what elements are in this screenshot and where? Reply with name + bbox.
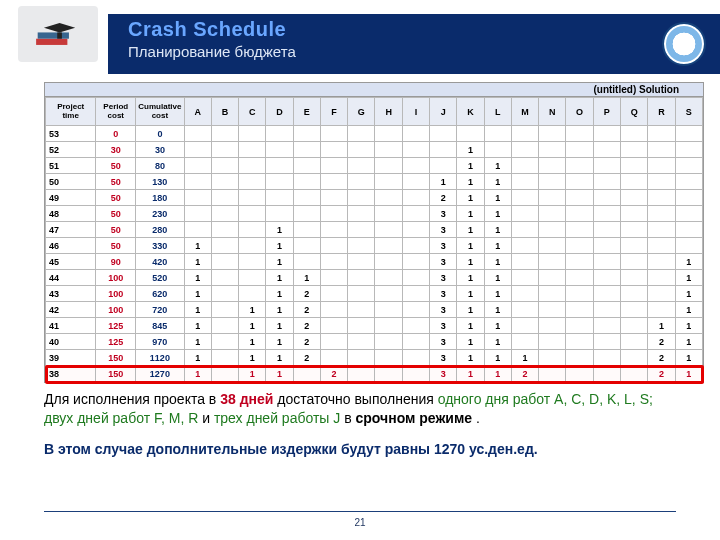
column-header: D [266,98,293,126]
table-row: 465033011311 [46,238,703,254]
narrative-text: Для исполнения проекта в 38 дней достато… [44,390,676,459]
footer-divider [44,511,676,512]
table-row: 5300 [46,126,703,142]
column-header: A [184,98,211,126]
column-header: I [402,98,429,126]
table-row: 40125970111231121 [46,334,703,350]
column-header: H [375,98,402,126]
schedule-table: Project timePeriod costCumulative costAB… [45,97,703,382]
svg-marker-2 [44,23,75,32]
column-header: Q [621,98,648,126]
university-seal-icon [662,22,706,66]
table-row: 4210072011123111 [46,302,703,318]
table-row: 47502801311 [46,222,703,238]
column-header: J [430,98,457,126]
days-highlight: 38 дней [220,391,273,407]
table-row: 4950180211 [46,190,703,206]
column-header: N [539,98,566,126]
table-row: 431006201123111 [46,286,703,302]
table-row: 441005201113111 [46,270,703,286]
logo-books-cap-icon [18,6,98,62]
column-header: Project time [46,98,96,126]
column-header: M [511,98,538,126]
table-row: 51508011 [46,158,703,174]
page-subtitle: Планирование бюджета [128,43,296,60]
column-header: E [293,98,320,126]
table-row: 5050130111 [46,174,703,190]
table-row: 41125845111231111 [46,318,703,334]
table-header-row: Project timePeriod costCumulative costAB… [46,98,703,126]
header: Crash Schedule Планирование бюджета [0,0,720,80]
table-row: 4850230311 [46,206,703,222]
table-row: 4590420113111 [46,254,703,270]
svg-rect-1 [38,32,69,38]
column-header: Cumulative cost [136,98,184,126]
column-header: L [484,98,511,126]
column-header: Period cost [96,98,136,126]
column-header: F [320,98,347,126]
table-caption: (untitled) Solution [45,83,703,97]
column-header: K [457,98,484,126]
column-header: C [239,98,266,126]
schedule-table-container: (untitled) Solution Project timePeriod c… [44,82,704,383]
column-header: S [675,98,702,126]
column-header: O [566,98,593,126]
column-header: B [211,98,238,126]
svg-rect-0 [36,39,67,45]
column-header: R [648,98,675,126]
page-title: Crash Schedule [128,18,296,41]
table-row: 5230301 [46,142,703,158]
column-header: P [593,98,620,126]
column-header: G [348,98,375,126]
page-number: 21 [0,517,720,528]
svg-rect-3 [57,32,62,38]
table-row: 3915011201112311121 [46,350,703,366]
table-row: 3815012701112311221 [46,366,703,382]
